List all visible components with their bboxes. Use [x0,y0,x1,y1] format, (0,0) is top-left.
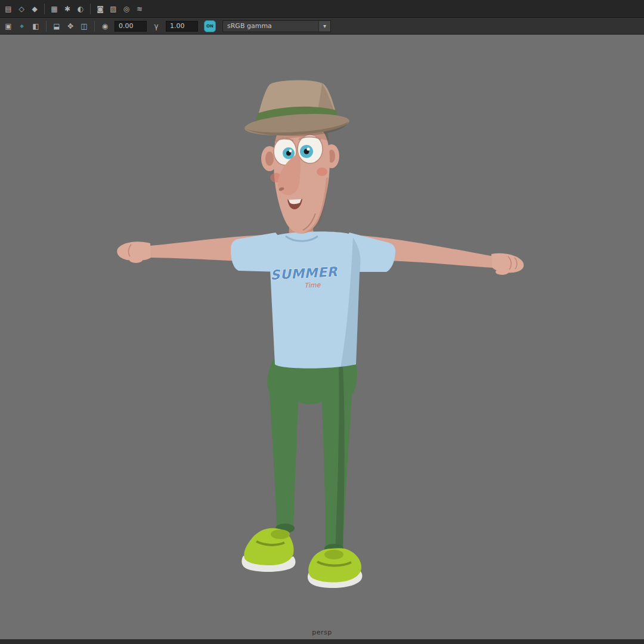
character-shirt: SUMMER Time [231,231,395,368]
color-management-toggle[interactable]: ON [204,20,216,32]
bottom-panel-strip [0,639,644,644]
anti-aliasing-icon[interactable]: ▨ [107,3,119,15]
motion-blur-icon[interactable]: ≋ [134,3,145,15]
viewport-panel[interactable]: SUMMER Time [0,35,644,639]
viewport-canvas[interactable]: SUMMER Time [0,35,644,639]
view-transform-dropdown[interactable]: sRGB gamma ▾ [222,20,331,32]
left-ear-inner [265,151,274,166]
toolbar-separator [94,21,95,32]
pan-zoom-icon[interactable]: ✥ [64,20,76,32]
right-cheek-blush [317,168,327,176]
view-transform-value: sRGB gamma [223,22,318,30]
shaded-mode-icon[interactable]: ◆ [29,3,41,15]
right-hand [491,253,524,273]
renderer-menu-icon[interactable]: ▣ [2,20,14,32]
character-pants [267,360,357,555]
toolbar-separator [46,21,47,32]
right-thumb [496,269,509,275]
left-thumb [129,257,143,263]
camera-select-icon[interactable]: ⌖ [16,20,28,32]
viewport-toolbar-top: ▤ ◇ ◆ ▦ ✱ ◐ ◙ ▨ ◎ ≋ [0,0,644,18]
depth-of-field-icon[interactable]: ◎ [120,3,132,15]
application-window: ▤ ◇ ◆ ▦ ✱ ◐ ◙ ▨ ◎ ≋ ▣ ⌖ ◧ ⬓ ✥ ◫ ◉ 0.00 γ… [0,0,644,644]
left-eye-highlight [289,150,292,153]
shadows-toggle-icon[interactable]: ◐ [75,3,86,15]
ambient-occlusion-icon[interactable]: ◙ [94,3,106,15]
toolbar-separator [90,4,91,14]
exposure-field[interactable]: 0.00 [114,21,147,32]
gamma-field[interactable]: 1.00 [166,21,198,32]
shirt-logo-subtext: Time [304,281,321,289]
viewport-toolbar-display: ▣ ⌖ ◧ ⬓ ✥ ◫ ◉ 0.00 γ 1.00 ON sRGB gamma … [0,18,644,35]
character-head [261,125,339,234]
chevron-down-icon[interactable]: ▾ [318,21,330,32]
character-shoes [242,528,362,588]
lighting-toggle-icon[interactable]: ✱ [61,3,73,15]
toolbar-separator [44,4,45,14]
image-plane-icon[interactable]: ⬓ [51,20,63,32]
wireframe-mode-icon[interactable]: ◇ [16,3,27,15]
character-model: SUMMER Time [117,80,524,588]
left-shoe-collar [271,530,290,539]
camera-lock-icon[interactable]: ◧ [30,20,42,32]
right-eye-highlight [306,147,309,150]
panel-layout-icon[interactable]: ▤ [2,3,14,15]
exposure-icon[interactable]: ◉ [99,20,111,32]
textured-mode-icon[interactable]: ▦ [48,3,60,15]
right-shoe-collar [324,550,343,559]
character-hat [244,80,350,138]
camera-name-label: persp [312,628,332,636]
gamma-icon[interactable]: γ [150,20,162,32]
isolate-select-icon[interactable]: ◫ [78,20,90,32]
